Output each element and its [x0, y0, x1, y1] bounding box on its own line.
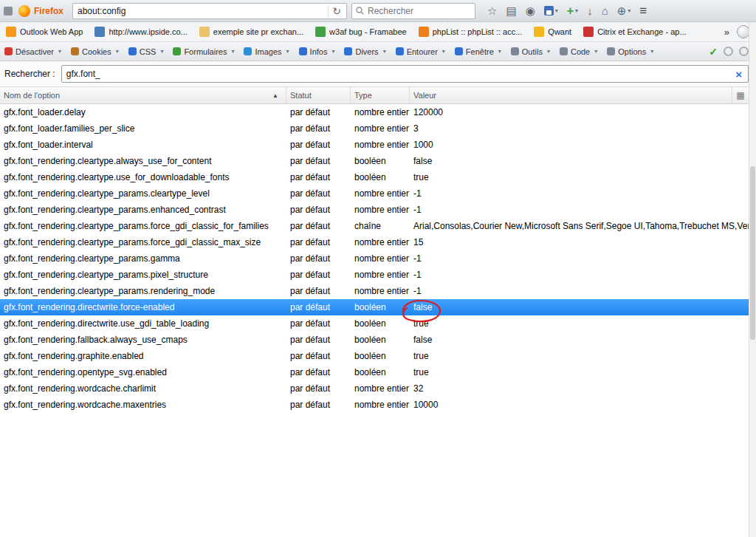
- webdev-menu-item[interactable]: CSS ▾: [128, 47, 164, 56]
- column-picker-icon[interactable]: ▦: [732, 87, 749, 103]
- webdev-menu-item[interactable]: Images ▾: [244, 47, 289, 56]
- filter-input[interactable]: [66, 69, 735, 79]
- webdev-item-label: Désactiver: [16, 47, 54, 56]
- bookmark-label: Outlook Web App: [20, 27, 83, 36]
- table-row[interactable]: gfx.font_rendering.opentype_svg.enabled …: [0, 364, 749, 380]
- bookmark-item[interactable]: phpList :: phpList :: acc...: [419, 27, 523, 37]
- table-row[interactable]: gfx.font_rendering.cleartype_params.clea…: [0, 185, 749, 202]
- webdeveloper-toolbar: Désactiver ▾ Cookies ▾ CSS ▾ Formulaires…: [0, 42, 756, 61]
- pref-type: booléen: [351, 156, 410, 166]
- webdev-menu-item[interactable]: Options ▾: [607, 47, 653, 56]
- valid-check-icon[interactable]: ✓: [709, 46, 718, 58]
- bookmark-item[interactable]: Outlook Web App: [6, 27, 83, 37]
- webdev-menu-item[interactable]: Fenêtre ▾: [455, 47, 501, 56]
- webdev-menu-item[interactable]: Code ▾: [560, 47, 597, 56]
- webdev-item-icon: [560, 47, 568, 55]
- table-row[interactable]: gfx.font_rendering.graphite.enabled par …: [0, 348, 749, 364]
- table-row[interactable]: gfx.font_loader.interval par défaut nomb…: [0, 137, 749, 153]
- table-row[interactable]: gfx.font_rendering.cleartype_params.gamm…: [0, 250, 749, 267]
- pref-status: par défaut: [286, 335, 351, 345]
- bookmark-list: Outlook Web App http://www.ipside.co... …: [6, 27, 718, 37]
- webdev-menu-item[interactable]: Entourer ▾: [396, 47, 445, 56]
- table-row[interactable]: gfx.font_rendering.wordcache.maxentries …: [0, 397, 749, 413]
- reading-list-icon[interactable]: ▤: [506, 5, 516, 16]
- pref-name: gfx.font_loader.delay: [0, 107, 286, 117]
- bookmark-item[interactable]: Qwant: [534, 27, 571, 37]
- pref-status: par défaut: [286, 172, 351, 182]
- hamburger-menu-icon[interactable]: ≡: [639, 4, 647, 17]
- pocket-icon[interactable]: ◉: [526, 5, 535, 16]
- add-button[interactable]: + ▾: [567, 5, 578, 17]
- url-bar[interactable]: ↻: [72, 3, 347, 19]
- column-header-type[interactable]: Type: [351, 87, 410, 103]
- pref-name: gfx.font_rendering.wordcache.charlimit: [0, 383, 286, 394]
- table-row[interactable]: gfx.font_rendering.directwrite.use_gdi_t…: [0, 315, 749, 332]
- tab-firefox[interactable]: Firefox: [17, 4, 68, 18]
- webdev-item-icon: [396, 47, 404, 55]
- webdev-menu-item[interactable]: Infos ▾: [299, 47, 335, 56]
- webdev-item-label: Formulaires: [184, 47, 227, 56]
- webdev-menu-item[interactable]: Désactiver ▾: [4, 47, 61, 56]
- bookmark-star-icon[interactable]: ☆: [487, 5, 497, 16]
- browser-search-field[interactable]: [351, 3, 475, 19]
- pref-status: par défaut: [286, 318, 351, 329]
- home-icon[interactable]: ⌂: [602, 5, 608, 16]
- table-row[interactable]: gfx.font_rendering.cleartype.use_for_dow…: [0, 169, 749, 185]
- bookmark-favicon: [419, 27, 429, 37]
- table-row[interactable]: gfx.font_rendering.cleartype_params.pixe…: [0, 267, 749, 283]
- table-row[interactable]: gfx.font_rendering.cleartype_params.rend…: [0, 283, 749, 299]
- chevron-down-icon: ▾: [575, 8, 578, 14]
- bookmark-item[interactable]: w3af bug - Framabee: [315, 27, 407, 37]
- table-row[interactable]: gfx.font_rendering.cleartype_params.forc…: [0, 234, 749, 250]
- chevron-down-icon: ▾: [498, 48, 501, 55]
- vertical-scrollbar[interactable]: [749, 22, 756, 537]
- table-row[interactable]: gfx.font_rendering.cleartype_params.enha…: [0, 202, 749, 218]
- chevron-down-icon: ▾: [442, 48, 445, 55]
- webdev-menu-item[interactable]: Outils ▾: [511, 47, 550, 56]
- bookmark-label: Citrix et Exchange - ap...: [597, 27, 686, 36]
- bookmark-item[interactable]: http://www.ipside.co...: [94, 27, 187, 37]
- save-button[interactable]: ▾: [544, 6, 558, 16]
- table-row[interactable]: gfx.font_rendering.cleartype.always_use_…: [0, 153, 749, 169]
- table-row[interactable]: gfx.font_rendering.cleartype_params.forc…: [0, 218, 749, 234]
- pref-status: par défaut: [286, 237, 351, 247]
- webdev-item-icon: [511, 47, 519, 55]
- pref-value: -1: [410, 205, 749, 215]
- column-header-name[interactable]: Nom de l'option ▲: [0, 87, 286, 103]
- filter-input-box[interactable]: ×: [61, 65, 749, 83]
- search-input[interactable]: [368, 6, 471, 16]
- tab-title: Firefox: [34, 6, 63, 16]
- pref-status: par défaut: [286, 221, 351, 231]
- pref-name: gfx.font_rendering.cleartype_params.gamm…: [0, 253, 286, 264]
- table-row[interactable]: gfx.font_loader.families_per_slice par d…: [0, 120, 749, 137]
- webdev-menu-item[interactable]: Cookies ▾: [71, 47, 119, 56]
- bookmark-label: exemple site pr exchan...: [213, 27, 303, 36]
- scrollbar-thumb[interactable]: [750, 166, 755, 340]
- status-circle-icon[interactable]: [724, 47, 733, 56]
- bookmark-item[interactable]: exemple site pr exchan...: [199, 27, 303, 37]
- downloads-icon[interactable]: ↓: [587, 5, 593, 16]
- search-icon: [356, 7, 364, 15]
- globe-button[interactable]: ⊕ ▾: [617, 5, 631, 16]
- filter-label: Rechercher :: [4, 69, 55, 79]
- pref-status: par défaut: [286, 286, 351, 296]
- column-header-value[interactable]: Valeur: [410, 87, 732, 103]
- pref-status: par défaut: [286, 302, 351, 312]
- table-row[interactable]: gfx.font_loader.delay par défaut nombre …: [0, 104, 749, 120]
- pref-type: nombre entier: [351, 237, 410, 247]
- column-header-status[interactable]: Statut: [286, 87, 351, 103]
- table-row[interactable]: gfx.font_rendering.fallback.always_use_c…: [0, 332, 749, 348]
- url-input[interactable]: [78, 6, 328, 16]
- webdev-menu-item[interactable]: Divers ▾: [344, 47, 385, 56]
- table-row[interactable]: gfx.font_rendering.directwrite.force-ena…: [0, 299, 749, 315]
- reload-icon[interactable]: ↻: [328, 5, 345, 17]
- status-circle-icon[interactable]: [739, 47, 749, 56]
- webdev-item-label: Cookies: [82, 47, 111, 56]
- pref-name: gfx.font_loader.interval: [0, 140, 286, 150]
- table-row[interactable]: gfx.font_rendering.wordcache.charlimit p…: [0, 380, 749, 397]
- webdev-menu-item[interactable]: Formulaires ▾: [173, 47, 234, 56]
- bookmark-item[interactable]: Citrix et Exchange - ap...: [583, 27, 686, 37]
- clear-filter-icon[interactable]: ×: [734, 68, 743, 81]
- overflow-chevron-icon[interactable]: »: [724, 27, 729, 38]
- chevron-down-icon: ▾: [594, 48, 597, 55]
